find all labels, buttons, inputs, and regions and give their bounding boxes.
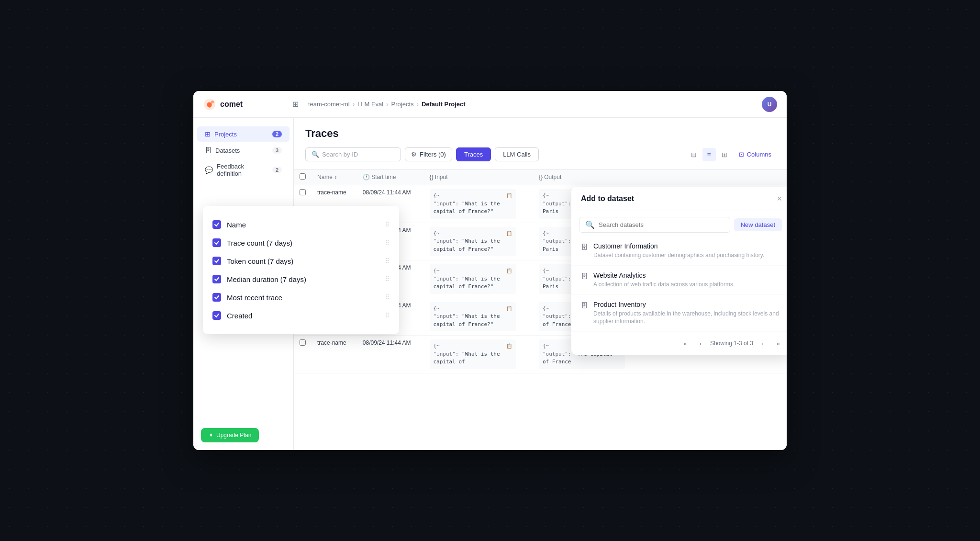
view-grid-icon[interactable]: ⊞	[718, 148, 731, 161]
dataset-pagination: « ‹ Showing 1-3 of 3 › »	[571, 332, 787, 355]
drag-handle[interactable]: ⠿	[385, 275, 390, 283]
dataset-panel-header: Add to dataset ×	[571, 187, 787, 211]
columns-icon: ⊡	[739, 151, 744, 158]
content-header: Traces 🔍 Search by ID ⚙ Filters (0) Trac…	[294, 118, 787, 169]
breadcrumb-llmeval[interactable]: LLM Eval	[357, 101, 383, 108]
page-next-button[interactable]: ›	[757, 338, 768, 349]
dataset-item-inventory[interactable]: 🗄 Product Inventory Details of products …	[571, 295, 787, 332]
search-icon: 🔍	[585, 220, 595, 229]
col-item-median-duration[interactable]: Median duration (7 days) ⠿	[203, 270, 399, 288]
avatar[interactable]: U	[762, 97, 777, 112]
dataset-name-analytics: Website Analytics	[593, 271, 782, 279]
app-header: comet ⊞ team-comet-ml › LLM Eval › Proje…	[193, 91, 787, 118]
search-icon: 🔍	[312, 151, 319, 158]
sidebar-item-datasets[interactable]: 🗄 Datasets 3	[197, 143, 290, 158]
dataset-desc-customer: Dataset containing customer demographics…	[593, 251, 782, 259]
feedback-badge: 2	[272, 167, 282, 173]
breadcrumb: team-comet-ml › LLM Eval › Projects › De…	[299, 101, 762, 108]
col-item-name[interactable]: Name ⠿	[203, 215, 399, 234]
row-checkbox[interactable]	[300, 189, 306, 195]
select-all-checkbox[interactable]	[300, 173, 306, 180]
col-header-extra	[642, 169, 787, 185]
row-input: {~ 📋 "input": "What is the capital of Fr…	[430, 227, 516, 257]
col-label-token-count: Token count (7 days)	[227, 257, 379, 265]
drag-handle[interactable]: ⠿	[385, 221, 390, 228]
dataset-item-customer[interactable]: 🗄 Customer Information Dataset containin…	[571, 237, 787, 266]
col-item-token-count[interactable]: Token count (7 days) ⠿	[203, 252, 399, 270]
search-box[interactable]: 🔍 Search by ID	[305, 147, 401, 161]
new-dataset-button[interactable]: New dataset	[734, 218, 782, 231]
col-header-output: {} Output	[533, 169, 642, 185]
col-item-created[interactable]: Created ⠿	[203, 306, 399, 325]
col-checkbox-name[interactable]	[212, 220, 221, 229]
add-to-dataset-panel: Add to dataset × 🔍 New dataset 🗄 Custome…	[571, 187, 787, 355]
col-checkbox-token-count[interactable]	[212, 257, 221, 265]
col-label-most-recent: Most recent trace	[227, 293, 379, 302]
llm-calls-tab-button[interactable]: LLM Calls	[495, 147, 539, 161]
col-item-most-recent[interactable]: Most recent trace ⠿	[203, 288, 399, 306]
sidebar-item-datasets-label: Datasets	[215, 147, 240, 154]
col-label-created: Created	[227, 312, 379, 320]
col-label-median-duration: Median duration (7 days)	[227, 275, 379, 283]
toolbar: 🔍 Search by ID ⚙ Filters (0) Traces LLM …	[305, 147, 775, 161]
database-icon: 🗄	[205, 147, 212, 154]
col-header-name[interactable]: Name ↕	[312, 169, 357, 185]
sidebar-item-projects-label: Projects	[214, 131, 237, 138]
dataset-desc-inventory: Details of products available in the war…	[593, 310, 782, 326]
col-label-name: Name	[227, 221, 379, 229]
page-prev-button[interactable]: ‹	[695, 338, 706, 349]
columns-button[interactable]: ⊡ Columns	[735, 149, 775, 160]
comment-icon: 💬	[205, 166, 213, 174]
breadcrumb-current: Default Project	[422, 101, 466, 108]
col-checkbox-most-recent[interactable]	[212, 293, 221, 302]
breadcrumb-projects[interactable]: Projects	[391, 101, 414, 108]
col-checkbox-trace-count[interactable]	[212, 238, 221, 247]
columns-panel: Name ⠿ Trace count (7 days) ⠿ Token coun…	[203, 206, 399, 334]
sidebar-toggle-icon[interactable]: ⊞	[292, 100, 299, 109]
row-input: {~ 📋 "input": "What is the capital of	[430, 339, 516, 369]
sidebar-item-feedback[interactable]: 💬 Feedback definition 2	[197, 159, 290, 181]
col-label-trace-count: Trace count (7 days)	[227, 239, 379, 247]
row-input: {~ 📋 "input": "What is the capital of Fr…	[430, 302, 516, 332]
col-header-starttime: 🕐 Start time	[357, 169, 424, 185]
search-placeholder: Search by ID	[322, 151, 358, 158]
row-checkbox[interactable]	[300, 339, 306, 346]
drag-handle[interactable]: ⠿	[385, 312, 390, 319]
svg-point-1	[211, 101, 214, 103]
dataset-item-analytics[interactable]: 🗄 Website Analytics A collection of web …	[571, 266, 787, 295]
drag-handle[interactable]: ⠿	[385, 239, 390, 247]
dataset-icon: 🗄	[581, 243, 588, 251]
view-list-icon[interactable]: ≡	[702, 148, 716, 161]
sidebar-item-feedback-label: Feedback definition	[217, 163, 268, 177]
filter-icon: ⚙	[411, 151, 417, 158]
dataset-list: 🗄 Customer Information Dataset containin…	[571, 237, 787, 332]
dataset-search-input[interactable]	[599, 221, 724, 228]
dataset-panel-title: Add to dataset	[581, 194, 634, 203]
sidebar-item-projects[interactable]: ⊞ Projects 2	[197, 126, 290, 142]
col-checkbox-median-duration[interactable]	[212, 275, 221, 283]
view-compact-icon[interactable]: ⊟	[687, 148, 701, 161]
dataset-search-row: 🔍 New dataset	[579, 217, 784, 233]
logo-text: comet	[220, 100, 243, 109]
col-header-input: {} Input	[424, 169, 533, 185]
col-item-trace-count[interactable]: Trace count (7 days) ⠿	[203, 234, 399, 252]
row-input: {~ 📋 "input": "What is the capital of Fr…	[430, 189, 516, 219]
view-icons: ⊟ ≡ ⊞	[687, 148, 731, 161]
projects-badge: 2	[272, 131, 282, 137]
page-last-button[interactable]: »	[772, 338, 784, 349]
dataset-desc-analytics: A collection of web traffic data across …	[593, 281, 782, 289]
close-dataset-panel-button[interactable]: ×	[777, 194, 782, 203]
dataset-search-box[interactable]: 🔍	[579, 217, 730, 233]
logo-area: comet ⊞	[203, 98, 299, 111]
col-checkbox-created[interactable]	[212, 311, 221, 320]
drag-handle[interactable]: ⠿	[385, 257, 390, 265]
upgrade-plan-button[interactable]: ✦ Upgrade Plan	[201, 428, 259, 442]
dataset-icon: 🗄	[581, 302, 588, 309]
traces-tab-button[interactable]: Traces	[456, 147, 491, 161]
drag-handle[interactable]: ⠿	[385, 293, 390, 301]
col-header-checkbox[interactable]	[294, 169, 312, 185]
breadcrumb-team[interactable]: team-comet-ml	[308, 101, 350, 108]
page-first-button[interactable]: «	[679, 338, 691, 349]
filter-button[interactable]: ⚙ Filters (0)	[405, 147, 452, 161]
logo-icon	[203, 98, 216, 111]
